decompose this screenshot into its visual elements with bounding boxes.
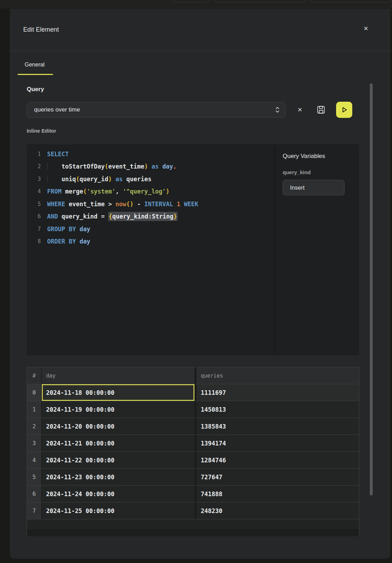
line-number: 4 — [27, 188, 41, 195]
dialog-scrollbar-thumb[interactable] — [370, 83, 373, 495]
run-query-button[interactable] — [336, 102, 352, 118]
table-row: 62024-11-24 00:00:00741888 — [27, 486, 359, 502]
line-number: 2 — [27, 163, 41, 170]
day-cell[interactable]: 2024-11-22 00:00:00 — [42, 452, 197, 468]
dialog-header: Edit Element ✕ — [10, 9, 390, 51]
query-variable-token: {query_kind:String} — [108, 212, 178, 221]
partial-toolbar-control[interactable] — [311, 0, 391, 2]
inline-editor-label: Inline Editor — [27, 128, 390, 134]
row-index-cell[interactable]: 4 — [27, 452, 42, 468]
day-cell[interactable]: 2024-11-25 00:00:00 — [42, 502, 197, 519]
partial-toolbar-control[interactable] — [172, 0, 209, 2]
background-topbar — [0, 0, 392, 8]
partial-toolbar-control[interactable] — [214, 0, 306, 2]
day-cell-selected[interactable]: 2024-11-18 00:00:00 — [42, 384, 197, 401]
results-table-header: # day queries — [27, 367, 359, 384]
table-row: 32024-11-21 00:00:001394174 — [27, 435, 359, 452]
code-line[interactable]: 2 toStartOfDay(event_time) as day, — [27, 160, 274, 173]
queries-cell[interactable]: 1284746 — [197, 452, 359, 468]
day-cell[interactable]: 2024-11-19 00:00:00 — [42, 401, 197, 418]
results-table: # day queries 02024-11-18 00:00:00111169… — [27, 367, 359, 536]
code-line[interactable]: 4FROM merge('system', '^query_log') — [27, 185, 274, 198]
day-cell[interactable]: 2024-11-20 00:00:00 — [42, 418, 197, 435]
select-chevrons-icon — [275, 106, 280, 113]
table-row: 12024-11-19 00:00:001450813 — [27, 401, 359, 418]
table-row: 42024-11-22 00:00:001284746 — [27, 452, 359, 469]
column-header-index: # — [27, 367, 42, 384]
day-cell[interactable]: 2024-11-23 00:00:00 — [42, 469, 197, 485]
queries-cell[interactable]: 1394174 — [197, 435, 359, 451]
row-index-cell[interactable]: 2 — [27, 418, 42, 435]
query-picker-row: queries over time ✕ — [27, 102, 390, 118]
clear-query-icon[interactable]: ✕ — [295, 106, 305, 114]
row-index-cell[interactable]: 5 — [27, 469, 42, 485]
query-variables-panel: Query Variables query_kind Insert — [275, 144, 359, 355]
query-select[interactable]: queries over time — [27, 102, 285, 118]
query-select-value: queries over time — [34, 106, 275, 113]
variable-name-label: query_kind — [283, 169, 352, 175]
queries-cell[interactable]: 1450813 — [197, 401, 359, 418]
row-index-cell[interactable]: 3 — [27, 435, 42, 451]
edit-element-dialog: Edit Element ✕ General Query queries ove… — [10, 9, 390, 559]
save-icon[interactable] — [315, 105, 327, 114]
table-horizontal-scrollbar[interactable] — [27, 529, 359, 536]
sql-code-editor[interactable]: 1SELECT2 toStartOfDay(event_time) as day… — [27, 144, 274, 355]
queries-cell[interactable]: 727647 — [197, 469, 359, 485]
column-header-day: day — [42, 367, 197, 384]
dialog-title: Edit Element — [23, 26, 59, 33]
column-header-queries: queries — [197, 367, 359, 384]
table-row: 72024-11-25 00:00:00248230 — [27, 502, 359, 519]
table-row: 22024-11-20 00:00:001385843 — [27, 418, 359, 435]
line-number: 7 — [27, 226, 41, 232]
results-table-body: 02024-11-18 00:00:00111169712024-11-19 0… — [27, 384, 359, 519]
line-number: 3 — [27, 176, 41, 182]
row-index-cell[interactable]: 6 — [27, 486, 42, 502]
table-row: 52024-11-23 00:00:00727647 — [27, 469, 359, 486]
row-index-cell[interactable]: 1 — [27, 401, 42, 418]
table-filler — [27, 519, 359, 529]
header-divider — [10, 51, 390, 51]
close-icon[interactable]: ✕ — [364, 26, 368, 32]
code-line[interactable]: 8ORDER BY day — [27, 235, 274, 248]
line-number: 1 — [27, 151, 41, 157]
query-variables-heading: Query Variables — [283, 153, 352, 160]
dialog-content: Query queries over time ✕ — [10, 86, 390, 536]
code-line[interactable]: 1SELECT — [27, 148, 274, 160]
tab-general[interactable]: General — [18, 62, 53, 75]
row-index-cell[interactable]: 7 — [27, 502, 42, 519]
sql-editor-panel: 1SELECT2 toStartOfDay(event_time) as day… — [27, 144, 359, 355]
tab-bar: General — [10, 62, 390, 75]
insert-variable-button[interactable]: Insert — [283, 180, 345, 195]
table-row: 02024-11-18 00:00:001111697 — [27, 384, 359, 401]
line-number: 8 — [27, 238, 41, 245]
code-line[interactable]: 3 uniq(query_id) as queries — [27, 173, 274, 185]
day-cell[interactable]: 2024-11-21 00:00:00 — [42, 435, 197, 451]
query-section-heading: Query — [27, 86, 390, 93]
queries-cell[interactable]: 741888 — [197, 486, 359, 502]
code-line[interactable]: 5WHERE event_time > now() - INTERVAL 1 W… — [27, 198, 274, 210]
row-index-cell[interactable]: 0 — [27, 384, 42, 401]
line-number: 6 — [27, 213, 41, 220]
line-number: 5 — [27, 201, 41, 207]
code-line[interactable]: 6AND query_kind = {query_kind:String} — [27, 210, 274, 223]
queries-cell[interactable]: 1111697 — [197, 384, 359, 401]
queries-cell[interactable]: 248230 — [197, 502, 359, 519]
day-cell[interactable]: 2024-11-24 00:00:00 — [42, 486, 197, 502]
queries-cell[interactable]: 1385843 — [197, 418, 359, 435]
code-line[interactable]: 7GROUP BY day — [27, 223, 274, 235]
